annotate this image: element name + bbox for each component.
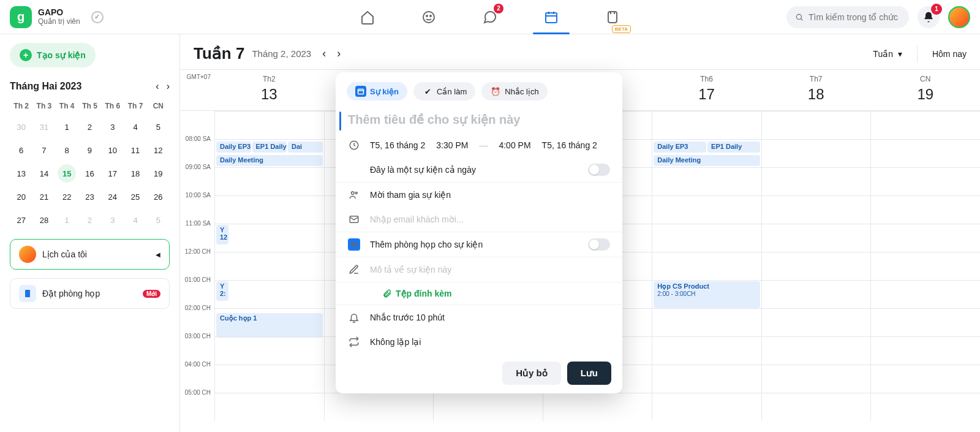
mini-calendar-day[interactable]: 14 [35,164,53,183]
mini-calendar-day[interactable]: 17 [104,164,122,183]
verified-icon[interactable]: ✓ [91,11,104,23]
week-nav: ‹ › [322,47,341,60]
calendar-event[interactable]: Daily Meeting [654,155,760,166]
nav-chat[interactable]: 2 [472,4,508,31]
nav-apps[interactable]: BETA [594,4,631,31]
modal-attachment-row[interactable]: Tệp đính kèm [336,282,622,305]
mini-calendar-day[interactable]: 11 [126,141,145,159]
calendar-event[interactable]: Daily EP3 [654,142,706,153]
mini-calendar-day[interactable]: 24 [104,188,122,206]
nav-people[interactable] [410,4,447,31]
mini-calendar-day[interactable]: 28 [35,211,53,229]
mini-calendar-day[interactable]: 1 [58,118,76,136]
calendar-event[interactable]: EP1 Daily [707,142,760,153]
view-select[interactable]: Tuần ▾ [867,45,908,63]
modal-end-time[interactable]: 4:00 PM [499,140,530,150]
sidebar-my-calendar[interactable]: Lịch của tôi ◀ [10,239,170,270]
day-header[interactable]: Th718 [761,70,871,110]
mini-calendar-day[interactable]: 13 [12,164,31,183]
mini-calendar-day[interactable]: 20 [12,188,31,206]
calendar-event[interactable]: Họp CS Product2:00 - 3:00CH [654,281,760,308]
search-input[interactable] [809,12,900,22]
modal-start-date[interactable]: T5, 16 tháng 2 [370,140,425,150]
mini-calendar-day[interactable]: 3 [104,211,122,229]
nav-calendar[interactable] [533,4,570,31]
calendar-event[interactable]: Y2: [216,281,228,301]
mini-calendar-day[interactable]: 5 [149,211,167,229]
user-avatar[interactable] [948,6,970,28]
calendar-event[interactable]: Cuộc họp 1 [216,313,323,338]
modal-repeat-row[interactable]: Không lặp lại [336,330,622,354]
mini-calendar-day[interactable]: 8 [58,141,76,159]
today-button[interactable]: Hôm nay [917,45,967,63]
save-button[interactable]: Lưu [567,362,611,385]
calendar-event[interactable]: Y12 [216,225,228,244]
svg-rect-3 [546,13,557,23]
create-event-modal: Sự kiện ✔ Cần làm ⏰ Nhắc lịch [336,72,622,393]
search-box[interactable] [786,6,909,28]
modal-tab-todo[interactable]: ✔ Cần làm [413,82,475,100]
modal-allday-toggle[interactable] [588,164,610,176]
mini-calendar-day[interactable]: 4 [126,211,145,229]
mini-calendar-day[interactable]: 2 [80,118,99,136]
people-icon [348,189,360,201]
mini-calendar-day[interactable]: 18 [126,164,145,183]
mini-calendar-day[interactable]: 3 [104,118,122,136]
nav-home[interactable] [349,4,386,31]
modal-start-time[interactable]: 3:30 PM [436,140,468,150]
modal-description-input[interactable] [370,265,610,275]
mini-calendar-day[interactable]: 6 [12,141,31,159]
week-next[interactable]: › [337,47,341,60]
mini-calendar-day[interactable]: 23 [80,188,99,206]
mini-calendar-day[interactable]: 5 [149,118,167,136]
calendar-event[interactable]: Dai [288,142,323,153]
modal-event-title-input[interactable] [348,109,610,131]
cancel-button[interactable]: Hủy bỏ [502,362,561,385]
mini-calendar-day[interactable]: 31 [35,118,53,136]
mini-calendar-day[interactable]: 30 [12,118,31,136]
svg-point-16 [352,192,355,195]
mini-calendar-day[interactable]: 9 [80,141,99,159]
mini-calendar-day[interactable]: 4 [126,118,145,136]
brand[interactable]: g GAPO Quản trị viên [10,6,80,28]
modal-tab-reminder[interactable]: ⏰ Nhắc lịch [481,82,547,100]
sidebar-book-room[interactable]: Đặt phòng họp Mới [10,278,170,309]
mini-calendar-day[interactable]: 7 [35,141,53,159]
mini-calendar-day[interactable]: 25 [126,188,145,206]
mini-calendar-prev[interactable]: ‹ [156,81,159,92]
mini-calendar-day[interactable]: 27 [12,211,31,229]
mini-calendar-day[interactable]: 10 [104,141,122,159]
day-column[interactable] [870,111,980,421]
modal-room-toggle[interactable] [588,238,610,251]
week-prev[interactable]: ‹ [322,47,326,60]
mini-calendar-next[interactable]: › [167,81,170,92]
mini-calendar-day[interactable]: 22 [58,188,76,206]
mini-calendar-day[interactable]: 15 [58,164,76,183]
modal-remind-row[interactable]: Nhắc trước 10 phút [336,305,622,330]
modal-time-values[interactable]: T5, 16 tháng 2 3:30 PM — 4:00 PM T5, 16 … [370,140,597,150]
mini-calendar-day[interactable]: 12 [149,141,167,159]
modal-email-input[interactable] [370,214,610,224]
calendar-event[interactable]: EP1 Daily [252,142,287,153]
day-column[interactable]: Daily EP3EP1 DailyDaily MeetingHọp CS Pr… [652,111,761,421]
day-column[interactable]: Daily EP3EP1 DailyDaiDaily MeetingY12Y2:… [214,111,324,421]
calendar-event[interactable]: Daily Meeting [216,155,323,166]
mini-calendar-day[interactable]: 21 [35,188,53,206]
modal-end-date[interactable]: T5, 16 tháng 2 [542,140,597,150]
timezone-label: GMT+07 [180,70,214,110]
modal-tab-todo-label: Cần làm [437,87,467,96]
mini-calendar-day[interactable]: 1 [58,211,76,229]
mini-calendar-day[interactable]: 16 [80,164,99,183]
mini-calendar-day[interactable]: 19 [149,164,167,183]
video-icon [348,238,360,251]
modal-tab-event[interactable]: Sự kiện [347,82,407,100]
mini-calendar-day[interactable]: 2 [80,211,99,229]
mini-calendar-day[interactable]: 26 [149,188,167,206]
create-event-button[interactable]: + Tạo sự kiện [10,43,96,67]
day-header[interactable]: Th213 [214,70,324,110]
day-column[interactable] [761,111,871,421]
notifications-button[interactable]: 1 [918,6,940,28]
calendar-event[interactable]: Daily EP3 [216,142,251,153]
day-header[interactable]: Th617 [652,70,761,110]
day-header[interactable]: CN19 [870,70,980,110]
